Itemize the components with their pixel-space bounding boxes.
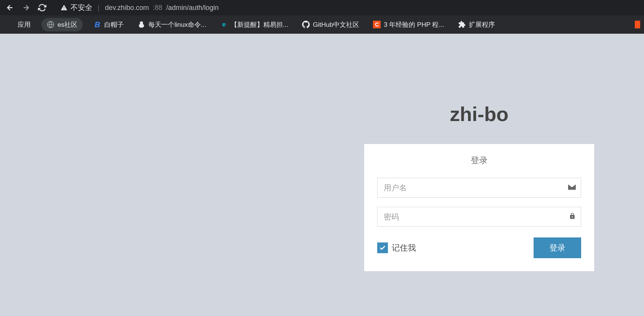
login-header: 登录 [377, 155, 581, 166]
username-group [377, 178, 581, 198]
bookmark-label: GitHub中文社区 [313, 20, 359, 29]
bookmarks-bar: 应用 es社区 B 白帽子 每天一个linux命令... e 【新提醒】精易担.… [0, 15, 644, 34]
envelope-icon [568, 184, 576, 192]
url-host: dev.zhibo.com [105, 4, 149, 12]
security-label: 不安全 [71, 3, 92, 13]
login-box: 登录 记住我 登录 [364, 144, 594, 271]
bookmark-item-extensions[interactable]: 扩展程序 [455, 19, 498, 31]
bookmark-apps-label: 应用 [18, 20, 31, 29]
warning-icon [61, 4, 67, 11]
bookmark-label: 每天一个linux命令... [148, 20, 206, 29]
bookmark-item-es[interactable]: es社区 [41, 18, 83, 31]
remember-wrap: 记住我 [377, 242, 416, 253]
forward-button[interactable] [19, 1, 33, 15]
browser-toolbar: 不安全 | dev.zhibo.com:88/admin/auth/login [0, 0, 644, 15]
bookmark-item-jingyi[interactable]: e 【新提醒】精易担... [217, 19, 291, 31]
apps-icon [7, 21, 15, 28]
b-icon: B [94, 21, 101, 28]
username-input[interactable] [377, 178, 581, 198]
brand-title: zhi-bo [364, 103, 594, 126]
address-bar[interactable]: 不安全 | dev.zhibo.com:88/admin/auth/login [55, 2, 641, 14]
overflow-icon[interactable] [635, 21, 640, 28]
back-button[interactable] [3, 1, 17, 15]
bookmark-item-linux[interactable]: 每天一个linux命令... [135, 19, 209, 31]
bookmark-item-baimao[interactable]: B 白帽子 [90, 19, 127, 31]
bookmark-apps[interactable]: 应用 [4, 19, 34, 31]
globe-icon [47, 21, 54, 28]
check-icon [379, 244, 386, 251]
login-button[interactable]: 登录 [534, 237, 581, 258]
e-icon: e [220, 21, 228, 28]
reload-icon [38, 3, 46, 12]
lock-icon [569, 212, 576, 221]
reload-button[interactable] [35, 1, 49, 15]
url-separator: | [98, 4, 100, 12]
content-area: zhi-bo 登录 记住我 [0, 34, 644, 316]
bookmark-label: 扩展程序 [469, 20, 495, 29]
bookmark-item-github[interactable]: GitHub中文社区 [299, 19, 362, 31]
password-input[interactable] [377, 207, 581, 227]
form-footer: 记住我 登录 [377, 237, 581, 258]
url-port: :88 [153, 4, 162, 12]
security-warning: 不安全 [61, 3, 92, 13]
arrow-left-icon [6, 3, 14, 12]
arrow-right-icon [22, 3, 30, 12]
login-container: zhi-bo 登录 记住我 [364, 103, 594, 271]
password-group [377, 207, 581, 227]
bookmark-item-php[interactable]: C 3 年经验的 PHP 程... [370, 19, 447, 31]
puzzle-icon [458, 21, 466, 28]
github-icon [302, 21, 310, 28]
bookmark-label: es社区 [58, 20, 77, 29]
bookmark-label: 白帽子 [104, 20, 124, 29]
bookmark-label: 【新提醒】精易担... [231, 20, 288, 29]
bookmark-label: 3 年经验的 PHP 程... [384, 20, 444, 29]
remember-label: 记住我 [392, 242, 416, 253]
bird-icon [138, 21, 145, 28]
url-path: /admin/auth/login [166, 4, 219, 12]
c-icon: C [373, 21, 381, 28]
remember-checkbox[interactable] [377, 242, 388, 253]
